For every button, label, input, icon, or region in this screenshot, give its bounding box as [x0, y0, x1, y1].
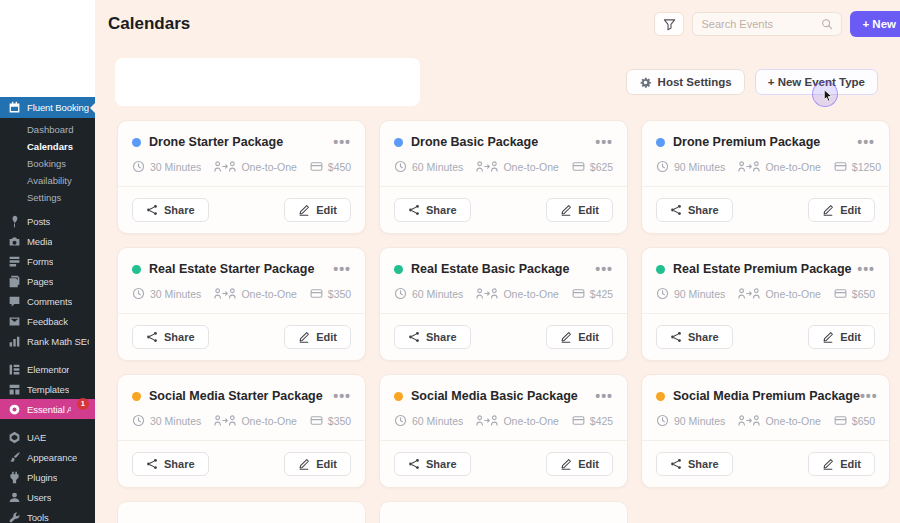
sidebar-item-rank-math-seo[interactable]: Rank Math SEO	[0, 331, 95, 351]
card-menu-button[interactable]: •••	[333, 389, 351, 403]
new-button[interactable]: + New	[850, 11, 900, 37]
event-card: Drone Premium Package ••• 90 Minutes One…	[641, 120, 890, 234]
search-icon	[821, 18, 833, 30]
card-menu-button[interactable]: •••	[595, 389, 613, 403]
event-price: $425	[572, 287, 613, 300]
host-settings-label: Host Settings	[658, 76, 732, 88]
sidebar-item-label: Essential Addons	[27, 404, 71, 415]
edit-button[interactable]: Edit	[284, 452, 351, 476]
sidebar-item-forms[interactable]: Forms	[0, 251, 95, 271]
sidebar-item-pages[interactable]: Pages	[0, 271, 95, 291]
sidebar-item-plugins[interactable]: Plugins	[0, 467, 95, 487]
sidebar-item-essential-addons[interactable]: Essential Addons1	[0, 399, 95, 419]
clock-icon	[132, 160, 145, 173]
sidebar-item-media[interactable]: Media	[0, 231, 95, 251]
appearance-icon	[8, 451, 21, 464]
edit-button[interactable]: Edit	[808, 452, 875, 476]
submenu-item-settings[interactable]: Settings	[0, 189, 95, 206]
share-button[interactable]: Share	[132, 325, 209, 349]
event-card-footer: Share Edit	[380, 313, 627, 360]
event-title: Drone Basic Package	[411, 135, 538, 149]
submenu-item-availability[interactable]: Availability	[0, 172, 95, 189]
share-button[interactable]: Share	[394, 452, 471, 476]
event-title: Social Media Premium Package	[673, 389, 860, 403]
share-button[interactable]: Share	[656, 325, 733, 349]
share-button[interactable]: Share	[394, 325, 471, 349]
share-icon	[146, 458, 158, 470]
one-to-one-icon	[476, 414, 498, 427]
edit-button[interactable]: Edit	[546, 198, 613, 222]
sidebar-item-elementor[interactable]: Elementor	[0, 359, 95, 379]
event-type: One-to-One	[476, 160, 558, 173]
edit-icon	[822, 458, 834, 470]
search-input[interactable]	[701, 18, 815, 30]
calendar-toolbar: Host Settings + New Event Type	[95, 48, 900, 120]
share-button[interactable]: Share	[656, 198, 733, 222]
event-type: One-to-One	[476, 414, 558, 427]
card-menu-button[interactable]: •••	[595, 135, 613, 149]
edit-button[interactable]: Edit	[284, 325, 351, 349]
payment-card-icon	[572, 414, 585, 427]
share-button[interactable]: Share	[394, 198, 471, 222]
event-color-dot	[394, 138, 403, 147]
sidebar-item-label: Posts	[27, 216, 50, 227]
event-card[interactable]	[117, 501, 366, 523]
share-button[interactable]: Share	[132, 452, 209, 476]
event-card[interactable]	[379, 501, 628, 523]
edit-button[interactable]: Edit	[808, 198, 875, 222]
clock-icon	[656, 287, 669, 300]
submenu-item-dashboard[interactable]: Dashboard	[0, 121, 95, 138]
event-card-header: Real Estate Premium Package •••	[642, 248, 889, 276]
card-menu-button[interactable]: •••	[333, 135, 351, 149]
event-card-footer: Share Edit	[118, 313, 365, 360]
wp-admin-sidebar: Fluent Booking DashboardCalendarsBooking…	[0, 0, 95, 523]
edit-button[interactable]: Edit	[546, 325, 613, 349]
event-price: $450	[310, 160, 351, 173]
sidebar-item-label: Forms	[27, 256, 53, 267]
templates-icon	[8, 383, 21, 396]
plugins-icon	[8, 471, 21, 484]
card-menu-button[interactable]: •••	[333, 262, 351, 276]
sidebar-item-posts[interactable]: Posts	[0, 211, 95, 231]
one-to-one-icon	[738, 287, 760, 300]
card-menu-button[interactable]: •••	[857, 135, 875, 149]
edit-button[interactable]: Edit	[284, 198, 351, 222]
card-menu-button[interactable]: •••	[595, 262, 613, 276]
filter-button[interactable]	[654, 12, 684, 36]
app-window: Fluent Booking DashboardCalendarsBooking…	[0, 0, 900, 523]
event-price: $650	[834, 287, 875, 300]
sidebar-item-tools[interactable]: Tools	[0, 507, 95, 523]
card-menu-button[interactable]: •••	[860, 389, 878, 403]
event-card-header: Drone Premium Package •••	[642, 121, 889, 149]
one-to-one-icon	[214, 160, 236, 173]
sidebar-item-uae[interactable]: UAE	[0, 427, 95, 447]
event-card-meta: 90 Minutes One-to-One $650	[642, 276, 889, 313]
event-type: One-to-One	[738, 160, 820, 173]
submenu-item-bookings[interactable]: Bookings	[0, 155, 95, 172]
edit-icon	[560, 331, 572, 343]
sidebar-item-fluent-booking[interactable]: Fluent Booking	[0, 97, 95, 118]
share-button[interactable]: Share	[132, 198, 209, 222]
host-settings-button[interactable]: Host Settings	[626, 69, 745, 95]
sidebar-item-feedback[interactable]: Feedback	[0, 311, 95, 331]
sidebar-item-comments[interactable]: Comments	[0, 291, 95, 311]
sidebar-item-users[interactable]: Users	[0, 487, 95, 507]
new-event-type-label: + New Event Type	[768, 76, 865, 88]
sidebar-item-label: Fluent Booking	[27, 102, 89, 113]
event-color-dot	[656, 265, 665, 274]
edit-button[interactable]: Edit	[808, 325, 875, 349]
edit-button[interactable]: Edit	[546, 452, 613, 476]
submenu-item-calendars[interactable]: Calendars	[0, 138, 95, 155]
page-title: Calendars	[108, 14, 190, 34]
sidebar-item-templates[interactable]: Templates	[0, 379, 95, 399]
media-icon	[8, 235, 21, 248]
sidebar-item-appearance[interactable]: Appearance	[0, 447, 95, 467]
share-button[interactable]: Share	[656, 452, 733, 476]
sidebar-item-label: Pages	[27, 276, 53, 287]
event-card-meta: 30 Minutes One-to-One $350	[118, 276, 365, 313]
payment-card-icon	[310, 160, 323, 173]
card-menu-button[interactable]: •••	[857, 262, 875, 276]
sidebar-item-label: Elementor	[27, 364, 69, 375]
edit-icon	[560, 458, 572, 470]
new-event-type-button[interactable]: + New Event Type	[755, 69, 878, 95]
